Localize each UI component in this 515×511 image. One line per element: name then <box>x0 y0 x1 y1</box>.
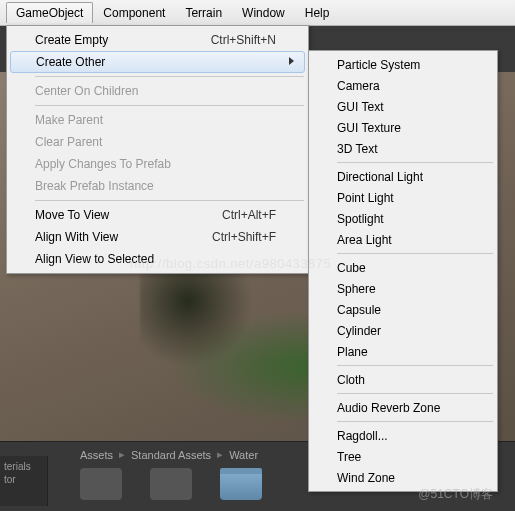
menu-label: Align With View <box>35 230 118 244</box>
submenu-tree[interactable]: Tree <box>311 446 495 467</box>
breadcrumb-standard-assets[interactable]: Standard Assets <box>131 449 211 461</box>
breadcrumb-water[interactable]: Water <box>229 449 258 461</box>
menu-separator <box>337 421 493 422</box>
menubar: GameObject Component Terrain Window Help <box>0 0 515 26</box>
menu-break-prefab: Break Prefab Instance <box>9 175 306 197</box>
menu-label: Create Empty <box>35 33 108 47</box>
submenu-audio-reverb-zone[interactable]: Audio Reverb Zone <box>311 397 495 418</box>
submenu-camera[interactable]: Camera <box>311 75 495 96</box>
menu-label: Create Other <box>36 55 105 69</box>
menu-apply-changes: Apply Changes To Prefab <box>9 153 306 175</box>
menu-label: Apply Changes To Prefab <box>35 157 171 171</box>
menu-separator <box>337 162 493 163</box>
submenu-wind-zone[interactable]: Wind Zone <box>311 467 495 488</box>
menu-label: Break Prefab Instance <box>35 179 154 193</box>
menu-component[interactable]: Component <box>93 2 175 24</box>
menu-clear-parent: Clear Parent <box>9 131 306 153</box>
menu-label: Clear Parent <box>35 135 102 149</box>
menu-separator <box>35 76 304 77</box>
menu-center-on-children: Center On Children <box>9 80 306 102</box>
folder-thumb[interactable] <box>220 468 262 500</box>
asset-thumb[interactable] <box>150 468 192 500</box>
submenu-cloth[interactable]: Cloth <box>311 369 495 390</box>
menu-separator <box>35 105 304 106</box>
menu-terrain[interactable]: Terrain <box>175 2 232 24</box>
menu-separator <box>35 200 304 201</box>
menu-label: Make Parent <box>35 113 103 127</box>
chevron-right-icon <box>289 57 294 65</box>
breadcrumb-assets[interactable]: Assets <box>80 449 113 461</box>
menu-gameobject[interactable]: GameObject <box>6 2 93 23</box>
create-other-submenu: Particle System Camera GUI Text GUI Text… <box>308 50 498 492</box>
submenu-gui-text[interactable]: GUI Text <box>311 96 495 117</box>
submenu-area-light[interactable]: Area Light <box>311 229 495 250</box>
menu-label: Move To View <box>35 208 109 222</box>
submenu-gui-texture[interactable]: GUI Texture <box>311 117 495 138</box>
submenu-point-light[interactable]: Point Light <box>311 187 495 208</box>
gameobject-dropdown: Create Empty Ctrl+Shift+N Create Other C… <box>6 25 309 274</box>
panel-tab-stub[interactable]: terials tor <box>0 456 48 506</box>
breadcrumb: Assets ▸ Standard Assets ▸ Water <box>80 448 258 461</box>
asset-thumbnails <box>80 468 262 500</box>
submenu-3d-text[interactable]: 3D Text <box>311 138 495 159</box>
menu-help[interactable]: Help <box>295 2 340 24</box>
submenu-plane[interactable]: Plane <box>311 341 495 362</box>
menu-align-with-view[interactable]: Align With View Ctrl+Shift+F <box>9 226 306 248</box>
menu-shortcut: Ctrl+Shift+N <box>211 33 276 47</box>
menu-shortcut: Ctrl+Alt+F <box>222 208 276 222</box>
tab-text-2: tor <box>4 474 16 485</box>
chevron-right-icon: ▸ <box>119 448 125 461</box>
menu-make-parent: Make Parent <box>9 109 306 131</box>
menu-separator <box>337 365 493 366</box>
menu-label: Center On Children <box>35 84 138 98</box>
menu-window[interactable]: Window <box>232 2 295 24</box>
submenu-capsule[interactable]: Capsule <box>311 299 495 320</box>
menu-create-other[interactable]: Create Other <box>10 51 305 73</box>
submenu-directional-light[interactable]: Directional Light <box>311 166 495 187</box>
menu-move-to-view[interactable]: Move To View Ctrl+Alt+F <box>9 204 306 226</box>
submenu-cylinder[interactable]: Cylinder <box>311 320 495 341</box>
asset-thumb[interactable] <box>80 468 122 500</box>
submenu-cube[interactable]: Cube <box>311 257 495 278</box>
menu-separator <box>337 253 493 254</box>
menu-separator <box>337 393 493 394</box>
submenu-particle-system[interactable]: Particle System <box>311 54 495 75</box>
tab-text-1: terials <box>4 461 31 472</box>
menu-shortcut: Ctrl+Shift+F <box>212 230 276 244</box>
submenu-sphere[interactable]: Sphere <box>311 278 495 299</box>
watermark-text: http://blog.csdn.net/a980433875 <box>130 256 331 271</box>
submenu-spotlight[interactable]: Spotlight <box>311 208 495 229</box>
menu-create-empty[interactable]: Create Empty Ctrl+Shift+N <box>9 29 306 51</box>
chevron-right-icon: ▸ <box>217 448 223 461</box>
watermark-text: @51CTO博客 <box>418 486 493 503</box>
submenu-ragdoll[interactable]: Ragdoll... <box>311 425 495 446</box>
